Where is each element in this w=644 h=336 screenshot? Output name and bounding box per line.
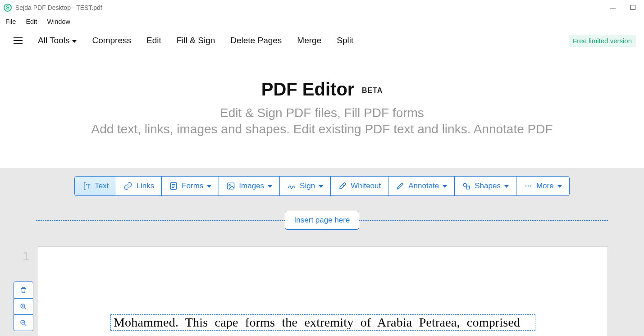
signature-icon (287, 182, 296, 191)
insert-page-button[interactable]: Insert page here (285, 211, 360, 230)
all-tools-button[interactable]: All Tools (38, 36, 77, 45)
zoom-in-button[interactable] (14, 298, 33, 314)
trash-icon (19, 286, 27, 294)
menubar: File Edit Window (0, 15, 644, 28)
chevron-down-icon (72, 40, 77, 43)
beta-badge: BETA (362, 86, 383, 94)
window-controls (610, 5, 640, 11)
zoom-in-icon (19, 303, 27, 311)
window-title: Sejda PDF Desktop - TEST.pdf (15, 4, 102, 11)
svg-point-5 (525, 186, 527, 187)
hero-subtitle-2: Add text, links, images and shapes. Edit… (0, 122, 644, 136)
zoom-out-button[interactable] (14, 314, 33, 331)
fill-sign-button[interactable]: Fill & Sign (177, 36, 215, 45)
delete-pages-button[interactable]: Delete Pages (230, 36, 282, 45)
text-cursor-icon (82, 182, 91, 191)
svg-point-6 (528, 186, 529, 187)
tool-images-button[interactable]: Images (219, 176, 280, 196)
tool-forms-button[interactable]: Forms (161, 176, 219, 196)
merge-button[interactable]: Merge (297, 36, 321, 45)
svg-point-7 (530, 186, 531, 187)
insert-page-row: Insert page here (36, 210, 608, 230)
tool-links-button[interactable]: Links (116, 176, 162, 196)
app-logo-icon: S (4, 4, 12, 12)
hamburger-icon[interactable] (14, 37, 23, 44)
chevron-down-icon (268, 185, 272, 188)
version-badge: Free limited version (569, 35, 636, 47)
ellipsis-icon (524, 182, 533, 191)
menu-window[interactable]: Window (47, 18, 70, 25)
tool-text-button[interactable]: Text (74, 176, 116, 196)
tool-shapes-button[interactable]: Shapes (454, 176, 516, 196)
zoom-controls (14, 282, 33, 331)
pdf-page[interactable]: Mohammed. This cape forms the extremity … (38, 246, 608, 336)
minimize-button[interactable] (610, 5, 616, 11)
all-tools-label: All Tools (38, 36, 69, 45)
page-title: PDF Editor (261, 79, 355, 100)
editor-actionbar: Text Links Forms Images Sign (0, 176, 644, 196)
edit-button[interactable]: Edit (146, 36, 161, 45)
chevron-down-icon (443, 185, 447, 188)
tool-annotate-button[interactable]: Annotate (388, 176, 455, 196)
app-toolbar: All Tools Compress Edit Fill & Sign Dele… (0, 28, 644, 53)
minimize-icon (610, 9, 616, 9)
menu-file[interactable]: File (5, 18, 16, 25)
page-wrapper: 1 Mohammed. This cape forms the extremit… (36, 246, 608, 336)
tool-sign-button[interactable]: Sign (279, 176, 331, 196)
maximize-button[interactable] (630, 5, 636, 11)
svg-rect-4 (466, 186, 470, 189)
pencil-icon (396, 182, 405, 191)
zoom-out-icon (19, 319, 27, 327)
svg-point-3 (464, 183, 467, 186)
tool-whiteout-button[interactable]: Whiteout (330, 176, 388, 196)
hero-subtitle-1: Edit & Sign PDF files, Fill PDF forms (0, 106, 644, 120)
maximize-icon (630, 5, 635, 10)
menu-edit[interactable]: Edit (26, 18, 37, 25)
compress-button[interactable]: Compress (92, 36, 131, 45)
editor-area: Text Links Forms Images Sign (0, 168, 644, 336)
delete-page-button[interactable] (14, 282, 33, 298)
form-icon (169, 182, 178, 191)
titlebar: S Sejda PDF Desktop - TEST.pdf (0, 0, 644, 15)
chevron-down-icon (319, 185, 323, 188)
svg-rect-1 (228, 183, 234, 189)
eraser-icon (338, 182, 347, 191)
svg-point-2 (229, 185, 230, 186)
chevron-down-icon (207, 185, 211, 188)
page-number: 1 (23, 249, 30, 263)
chevron-down-icon (504, 185, 509, 188)
hero: PDF Editor BETA Edit & Sign PDF files, F… (0, 53, 644, 168)
shapes-icon (462, 182, 471, 191)
link-icon (123, 182, 132, 191)
chevron-down-icon (557, 185, 562, 188)
image-icon (226, 182, 235, 191)
tool-more-button[interactable]: More (516, 176, 570, 196)
split-button[interactable]: Split (337, 36, 353, 45)
editable-text-block[interactable]: Mohammed. This cape forms the extremity … (110, 314, 535, 331)
